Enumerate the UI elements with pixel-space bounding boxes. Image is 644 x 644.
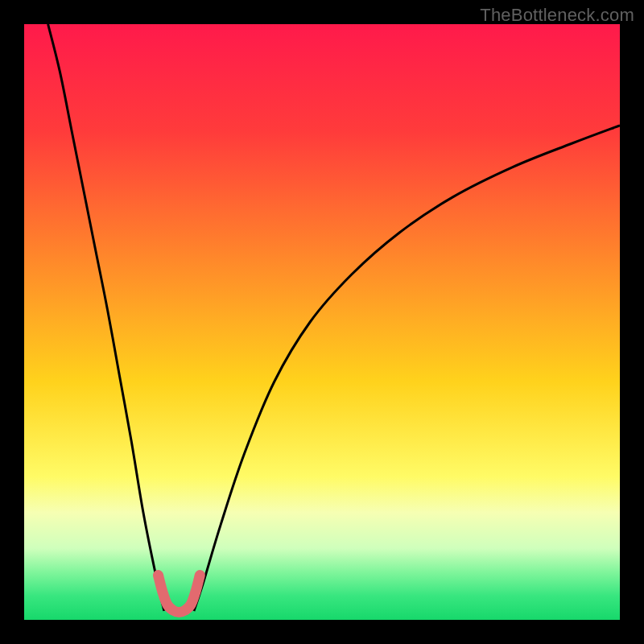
plot-area (24, 24, 620, 620)
chart-svg (24, 24, 620, 620)
watermark-text: TheBottleneck.com (480, 5, 634, 26)
chart-frame: TheBottleneck.com (0, 0, 644, 644)
gradient-background (24, 24, 620, 620)
